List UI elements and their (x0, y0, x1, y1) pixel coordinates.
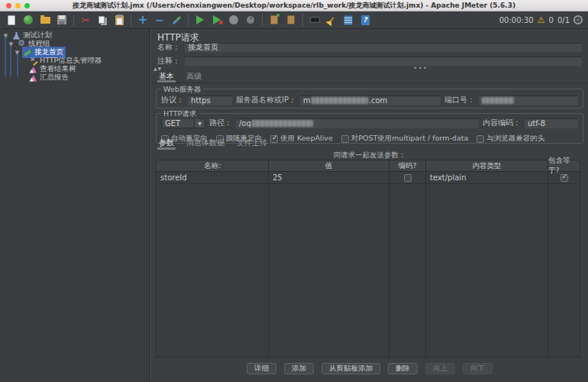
clear-icon[interactable] (268, 14, 280, 26)
stop-icon[interactable] (228, 14, 240, 26)
name-input[interactable]: 接龙首页 (185, 43, 582, 53)
method-select[interactable]: GET ▼ (161, 118, 205, 128)
splitter-grip-icon[interactable]: ••• (413, 64, 428, 72)
collapse-all-icon[interactable] (153, 14, 166, 26)
help-icon[interactable] (359, 14, 371, 26)
cut-icon[interactable] (79, 14, 92, 26)
comment-label: 注释： (157, 56, 180, 66)
templates-icon[interactable] (22, 14, 34, 26)
close-window-button[interactable] (6, 3, 11, 8)
function-helper-icon[interactable] (342, 14, 354, 26)
down-button: 向下 (463, 363, 493, 374)
table-grid-lines (157, 172, 580, 357)
name-label: 名称： (157, 42, 180, 53)
cell-encode[interactable] (389, 172, 426, 183)
toolbar-status-area: 00:00:30 ⚠ 0 0/1 (499, 15, 583, 24)
start-no-pauses-icon[interactable] (211, 14, 223, 26)
window-titlebar: 接龙商城测试计划.jmx (/Users/chenxiangwen/Deskto… (0, 0, 588, 11)
checkbox[interactable] (404, 174, 412, 182)
up-button: 向上 (425, 363, 455, 374)
web-server-legend: Web服务器 (161, 85, 203, 95)
web-server-group: Web服务器 协议： https 服务器名称或IP： m .com 端口号： (156, 89, 583, 108)
test-plan-tree: ▼ 测试计划 ▼ 线程组 ▼ 接龙首页 HTTP信息头管理器 查看结果树 汇总报… (0, 29, 150, 382)
parameters-table: 名称: 值 编码? 内容类型 包含等于? storeId 25 text/pla… (156, 160, 580, 358)
server-name-suffix: .com (369, 96, 388, 105)
cell-name[interactable]: storeId (157, 172, 269, 183)
warning-icon[interactable]: ⚠ (538, 16, 545, 24)
server-name-label: 服务器名称或IP： (236, 95, 296, 105)
column-header-include-equals[interactable]: 包含等于? (548, 160, 580, 171)
path-label: 路径： (209, 118, 232, 128)
open-file-icon[interactable] (39, 14, 51, 26)
expand-arrow-icon[interactable]: ▼ (8, 41, 15, 47)
cell-content-type[interactable]: text/plain (426, 172, 548, 183)
tab-advanced[interactable]: 高级 (185, 72, 203, 83)
protocol-label: 协议： (161, 95, 184, 105)
encoding-label: 内容编码： (483, 118, 521, 128)
tree-guide-line (10, 45, 11, 76)
panel-splitter[interactable]: ▲▼ ••• (151, 66, 588, 72)
toolbar-separator (188, 15, 189, 26)
body-tab-bar: 参数 消息体数据 文件上传 (151, 138, 588, 150)
clear-search-icon[interactable] (325, 14, 338, 26)
toolbar: 00:00:30 ⚠ 0 0/1 (0, 11, 588, 29)
start-icon[interactable] (194, 14, 206, 26)
cell-include-equals[interactable] (548, 172, 580, 183)
tab-parameters[interactable]: 参数 (157, 138, 176, 150)
redacted-server-name (312, 97, 368, 104)
http-request-panel: HTTP请求 名称： 接龙首页 注释： ▲▼ ••• 基本 高级 Web服务器 … (150, 29, 588, 382)
table-header-row: 名称: 值 编码? 内容类型 包含等于? (157, 160, 580, 172)
column-header-name[interactable]: 名称: (157, 160, 269, 171)
new-file-icon[interactable] (5, 14, 18, 26)
main-tab-bar: 基本 高级 (151, 72, 588, 83)
protocol-input[interactable]: https (188, 96, 232, 105)
copy-icon[interactable] (96, 14, 108, 26)
port-label: 端口号： (444, 95, 475, 105)
method-value: GET (162, 119, 194, 128)
toolbar-separator (131, 15, 131, 26)
table-row[interactable]: storeId 25 text/plain (157, 172, 580, 184)
chevron-down-icon[interactable]: ▼ (194, 119, 205, 128)
add-button[interactable]: 添加 (284, 363, 314, 374)
toolbar-separator (262, 15, 263, 26)
clear-all-icon[interactable] (285, 14, 297, 26)
tree-item-label: 汇总报告 (40, 73, 69, 83)
column-header-value[interactable]: 值 (269, 160, 389, 171)
server-name-input[interactable]: m .com (300, 96, 441, 105)
add-from-clipboard-button[interactable]: 从剪贴板添加 (321, 363, 380, 374)
http-request-legend: HTTP请求 (161, 109, 199, 119)
cell-value[interactable]: 25 (269, 172, 389, 183)
column-header-content-type[interactable]: 内容类型 (426, 160, 548, 171)
toggle-icon[interactable] (170, 14, 183, 26)
toolbar-separator (73, 15, 74, 26)
column-header-encode[interactable]: 编码? (389, 160, 426, 171)
delete-button[interactable]: 删除 (388, 363, 418, 374)
redacted-port (482, 97, 514, 104)
tab-files-upload[interactable]: 文件上传 (235, 138, 269, 150)
paste-icon[interactable] (113, 14, 125, 26)
encoding-input[interactable]: utf-8 (525, 118, 578, 128)
tab-basic[interactable]: 基本 (157, 72, 176, 83)
expand-all-icon[interactable] (137, 14, 149, 26)
tree-guide-line (5, 37, 6, 76)
active-threads-count: 0/1 (557, 16, 570, 24)
server-name-prefix: m (303, 96, 311, 105)
thread-wheel-icon (573, 15, 583, 24)
elapsed-timer: 00:00:30 (499, 16, 534, 24)
zoom-window-button[interactable] (24, 3, 30, 8)
search-icon[interactable] (309, 14, 321, 26)
shutdown-icon[interactable] (244, 14, 257, 26)
detail-button[interactable]: 详细 (247, 363, 276, 374)
traffic-lights (6, 3, 30, 8)
tab-body-data[interactable]: 消息体数据 (185, 138, 226, 150)
port-input[interactable] (479, 96, 578, 105)
expand-arrow-icon[interactable]: ▼ (14, 50, 21, 56)
path-input[interactable]: /oq (236, 118, 479, 128)
checkbox-checked[interactable] (561, 174, 568, 182)
tree-item-summary-report[interactable]: 汇总报告 (27, 73, 71, 83)
expand-arrow-icon[interactable]: ▼ (2, 33, 9, 39)
comment-input[interactable] (185, 57, 582, 66)
redacted-path (252, 120, 313, 127)
save-icon[interactable] (56, 14, 68, 26)
minimize-window-button[interactable] (15, 3, 21, 8)
